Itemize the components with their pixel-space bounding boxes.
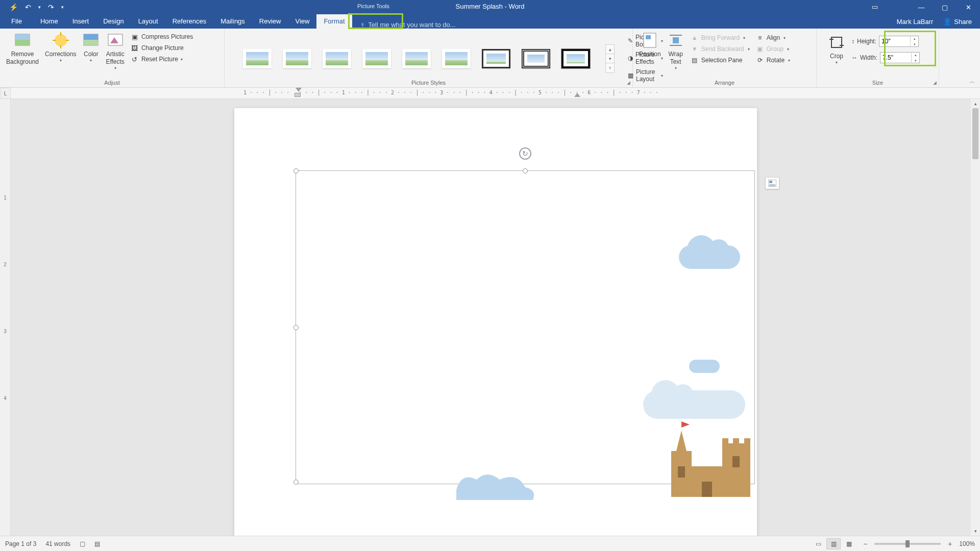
color-button[interactable]: Color ▾	[79, 31, 103, 79]
tab-selector[interactable]: L	[0, 88, 11, 99]
picture-style-6[interactable]	[442, 49, 471, 68]
zoom-knob[interactable]	[905, 540, 910, 547]
spinner-down-icon[interactable]: ▾	[912, 58, 919, 63]
rotate-button[interactable]: ⟳ Rotate ▾	[756, 56, 790, 64]
picture-style-7[interactable]	[482, 49, 510, 68]
layout-options-button[interactable]	[765, 177, 779, 189]
picture-style-3[interactable]	[323, 49, 351, 68]
spinner-down-icon[interactable]: ▾	[911, 41, 918, 47]
cloud-shape	[689, 360, 720, 373]
remove-background-button[interactable]: Remove Background	[3, 31, 42, 79]
tab-references[interactable]: References	[165, 14, 213, 29]
gallery-down-icon[interactable]: ▾	[606, 54, 614, 63]
artistic-label: Artistic Effects	[106, 51, 124, 66]
wrap-text-button[interactable]: Wrap Text ▾	[664, 31, 688, 79]
gallery-more-icon[interactable]: ▿	[606, 63, 614, 72]
word-count[interactable]: 41 words	[45, 540, 70, 547]
selection-pane-label: Selection Pane	[701, 57, 743, 64]
cloud-shape	[451, 472, 538, 503]
scroll-down-icon[interactable]: ▾	[971, 527, 980, 536]
statusbar: Page 1 of 3 41 words ▢ ▤ ▭ ▥ ▦ − + 100%	[0, 536, 980, 551]
change-picture-button[interactable]: 🖼 Change Picture	[131, 44, 193, 52]
crop-button[interactable]: Crop ▾	[825, 33, 848, 81]
send-backward-button[interactable]: ▼ Send Backward ▾	[691, 45, 750, 53]
share-button[interactable]: 👤 Share	[943, 18, 972, 26]
selection-pane-button[interactable]: ▤ Selection Pane	[691, 56, 750, 64]
svg-rect-10	[84, 40, 98, 45]
vertical-scrollbar[interactable]: ▴ ▾	[971, 99, 980, 536]
tab-design[interactable]: Design	[96, 14, 131, 29]
read-mode-icon[interactable]: ▭	[811, 538, 825, 549]
user-name[interactable]: Mark LaBarr	[897, 18, 934, 26]
chevron-down-icon: ▾	[787, 47, 789, 52]
save-icon[interactable]: ⚡	[9, 3, 18, 11]
web-layout-icon[interactable]: ▦	[842, 538, 856, 549]
zoom-out-button[interactable]: −	[861, 540, 869, 548]
picture-style-2[interactable]	[283, 49, 311, 68]
resize-handle-ml[interactable]	[293, 325, 299, 330]
macro-icon[interactable]: ▤	[94, 540, 100, 547]
zoom-in-button[interactable]: +	[946, 540, 954, 548]
picture-style-9[interactable]	[561, 49, 590, 68]
bring-forward-button[interactable]: ▲ Bring Forward ▾	[691, 34, 750, 42]
redo-icon[interactable]: ↷	[48, 3, 54, 11]
rotate-handle[interactable]	[519, 147, 531, 160]
picture-style-1[interactable]	[243, 49, 272, 68]
tab-mailings[interactable]: Mailings	[213, 14, 252, 29]
page-indicator[interactable]: Page 1 of 3	[5, 540, 36, 547]
minimize-button[interactable]: —	[910, 0, 933, 14]
tab-review[interactable]: Review	[252, 14, 288, 29]
position-button[interactable]: Position ▾	[636, 31, 664, 79]
collapse-ribbon-icon[interactable]: ︿	[969, 78, 975, 85]
scrollbar-thumb[interactable]	[972, 108, 978, 159]
tab-home[interactable]: Home	[33, 14, 65, 29]
picture-style-4[interactable]	[362, 49, 391, 68]
zoom-level[interactable]: 100%	[959, 540, 975, 547]
tell-me-search[interactable]: ♀ Tell me what you want to do...	[352, 21, 456, 29]
maximize-button[interactable]: ▢	[933, 0, 957, 14]
left-indent-marker[interactable]	[295, 93, 301, 97]
reset-picture-button[interactable]: ↺ Reset Picture ▾	[131, 55, 193, 63]
picture-style-8[interactable]	[522, 49, 550, 68]
spinner-up-icon[interactable]: ▴	[911, 36, 918, 41]
align-button[interactable]: ≡ Align ▾	[756, 34, 790, 42]
tab-file[interactable]: File	[0, 14, 33, 29]
spinner-up-icon[interactable]: ▴	[912, 52, 919, 58]
undo-icon[interactable]: ↶	[25, 3, 31, 11]
tab-format[interactable]: Format	[316, 14, 352, 29]
height-input[interactable]: ▴▾	[879, 36, 919, 47]
selected-picture[interactable]	[296, 170, 755, 484]
artistic-effects-button[interactable]: Artistic Effects ▾	[103, 31, 127, 79]
width-input[interactable]: ▴▾	[880, 52, 920, 63]
right-indent-marker[interactable]	[574, 93, 580, 97]
group-button[interactable]: ▣ Group ▾	[756, 45, 790, 53]
spell-check-icon[interactable]: ▢	[80, 540, 85, 547]
height-field[interactable]	[879, 37, 910, 46]
size-dialog-launcher[interactable]: ◢	[933, 80, 937, 85]
gallery-up-icon[interactable]: ▴	[606, 45, 614, 54]
zoom-slider[interactable]	[874, 543, 941, 545]
tab-view[interactable]: View	[288, 14, 316, 29]
styles-dialog-launcher[interactable]: ◢	[627, 80, 630, 85]
tab-layout[interactable]: Layout	[131, 14, 165, 29]
scroll-up-icon[interactable]: ▴	[971, 99, 980, 108]
position-label: Position	[639, 51, 661, 58]
resize-handle-tm[interactable]	[523, 168, 528, 173]
view-buttons: ▭ ▥ ▦	[811, 538, 856, 549]
resize-handle-tl[interactable]	[293, 168, 299, 173]
first-line-indent-marker[interactable]	[296, 88, 302, 92]
close-button[interactable]: ✕	[957, 0, 980, 14]
undo-dropdown-icon[interactable]: ▾	[38, 5, 41, 10]
touch-mode-icon[interactable]: ▭	[872, 3, 878, 11]
compress-pictures-button[interactable]: ▣ Compress Pictures	[131, 33, 193, 41]
tab-insert[interactable]: Insert	[65, 14, 96, 29]
picture-style-5[interactable]	[402, 49, 431, 68]
width-label: Width:	[860, 54, 877, 61]
width-field[interactable]	[880, 53, 911, 62]
print-layout-icon[interactable]: ▥	[826, 538, 841, 549]
ruler-h-scale: 1 · · · │ · · · · · · │ · · · 1 · · · │ …	[243, 88, 980, 97]
qat-customize-icon[interactable]: ▾	[61, 5, 64, 10]
chevron-down-icon: ▾	[675, 66, 677, 71]
resize-handle-bl[interactable]	[293, 480, 299, 485]
corrections-button[interactable]: Corrections ▾	[42, 31, 79, 79]
